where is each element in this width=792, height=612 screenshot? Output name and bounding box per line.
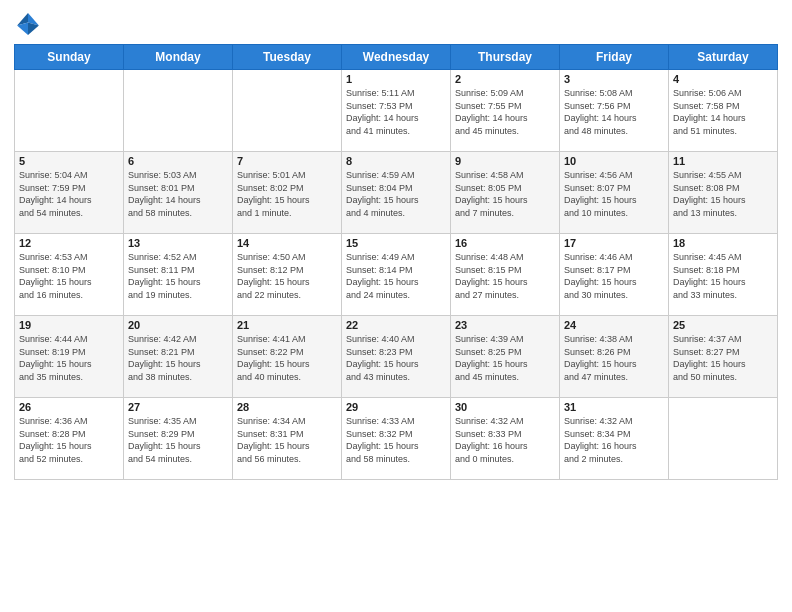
day-number: 14 (237, 237, 337, 249)
day-info: Sunrise: 4:44 AM Sunset: 8:19 PM Dayligh… (19, 333, 119, 383)
calendar-cell: 6Sunrise: 5:03 AM Sunset: 8:01 PM Daylig… (124, 152, 233, 234)
day-number: 28 (237, 401, 337, 413)
calendar-cell: 27Sunrise: 4:35 AM Sunset: 8:29 PM Dayli… (124, 398, 233, 480)
calendar-cell: 10Sunrise: 4:56 AM Sunset: 8:07 PM Dayli… (560, 152, 669, 234)
day-info: Sunrise: 4:40 AM Sunset: 8:23 PM Dayligh… (346, 333, 446, 383)
calendar-cell: 15Sunrise: 4:49 AM Sunset: 8:14 PM Dayli… (342, 234, 451, 316)
day-number: 29 (346, 401, 446, 413)
calendar-week-4: 19Sunrise: 4:44 AM Sunset: 8:19 PM Dayli… (15, 316, 778, 398)
calendar-cell: 21Sunrise: 4:41 AM Sunset: 8:22 PM Dayli… (233, 316, 342, 398)
day-number: 8 (346, 155, 446, 167)
day-number: 11 (673, 155, 773, 167)
day-number: 7 (237, 155, 337, 167)
day-info: Sunrise: 4:33 AM Sunset: 8:32 PM Dayligh… (346, 415, 446, 465)
weekday-header-tuesday: Tuesday (233, 45, 342, 70)
calendar-cell (15, 70, 124, 152)
calendar-cell: 16Sunrise: 4:48 AM Sunset: 8:15 PM Dayli… (451, 234, 560, 316)
day-info: Sunrise: 4:36 AM Sunset: 8:28 PM Dayligh… (19, 415, 119, 465)
day-number: 25 (673, 319, 773, 331)
weekday-header-thursday: Thursday (451, 45, 560, 70)
day-info: Sunrise: 4:49 AM Sunset: 8:14 PM Dayligh… (346, 251, 446, 301)
day-number: 18 (673, 237, 773, 249)
calendar-cell: 18Sunrise: 4:45 AM Sunset: 8:18 PM Dayli… (669, 234, 778, 316)
day-number: 5 (19, 155, 119, 167)
day-info: Sunrise: 5:01 AM Sunset: 8:02 PM Dayligh… (237, 169, 337, 219)
day-info: Sunrise: 4:52 AM Sunset: 8:11 PM Dayligh… (128, 251, 228, 301)
day-info: Sunrise: 5:11 AM Sunset: 7:53 PM Dayligh… (346, 87, 446, 137)
calendar-week-5: 26Sunrise: 4:36 AM Sunset: 8:28 PM Dayli… (15, 398, 778, 480)
day-number: 23 (455, 319, 555, 331)
day-info: Sunrise: 5:09 AM Sunset: 7:55 PM Dayligh… (455, 87, 555, 137)
day-info: Sunrise: 4:55 AM Sunset: 8:08 PM Dayligh… (673, 169, 773, 219)
day-number: 24 (564, 319, 664, 331)
calendar-cell (233, 70, 342, 152)
day-number: 6 (128, 155, 228, 167)
day-info: Sunrise: 4:50 AM Sunset: 8:12 PM Dayligh… (237, 251, 337, 301)
logo-icon (14, 10, 42, 38)
calendar-cell: 30Sunrise: 4:32 AM Sunset: 8:33 PM Dayli… (451, 398, 560, 480)
day-number: 22 (346, 319, 446, 331)
day-info: Sunrise: 4:39 AM Sunset: 8:25 PM Dayligh… (455, 333, 555, 383)
day-number: 1 (346, 73, 446, 85)
page: SundayMondayTuesdayWednesdayThursdayFrid… (0, 0, 792, 612)
calendar-table: SundayMondayTuesdayWednesdayThursdayFrid… (14, 44, 778, 480)
calendar-cell: 7Sunrise: 5:01 AM Sunset: 8:02 PM Daylig… (233, 152, 342, 234)
day-info: Sunrise: 4:34 AM Sunset: 8:31 PM Dayligh… (237, 415, 337, 465)
day-info: Sunrise: 5:03 AM Sunset: 8:01 PM Dayligh… (128, 169, 228, 219)
header (14, 10, 778, 38)
calendar-cell: 24Sunrise: 4:38 AM Sunset: 8:26 PM Dayli… (560, 316, 669, 398)
day-info: Sunrise: 4:32 AM Sunset: 8:33 PM Dayligh… (455, 415, 555, 465)
day-number: 17 (564, 237, 664, 249)
day-info: Sunrise: 4:41 AM Sunset: 8:22 PM Dayligh… (237, 333, 337, 383)
day-number: 30 (455, 401, 555, 413)
day-info: Sunrise: 4:37 AM Sunset: 8:27 PM Dayligh… (673, 333, 773, 383)
calendar-cell: 29Sunrise: 4:33 AM Sunset: 8:32 PM Dayli… (342, 398, 451, 480)
calendar-cell: 13Sunrise: 4:52 AM Sunset: 8:11 PM Dayli… (124, 234, 233, 316)
day-info: Sunrise: 4:56 AM Sunset: 8:07 PM Dayligh… (564, 169, 664, 219)
day-number: 19 (19, 319, 119, 331)
weekday-header-wednesday: Wednesday (342, 45, 451, 70)
day-number: 16 (455, 237, 555, 249)
day-number: 13 (128, 237, 228, 249)
day-info: Sunrise: 4:46 AM Sunset: 8:17 PM Dayligh… (564, 251, 664, 301)
day-info: Sunrise: 5:04 AM Sunset: 7:59 PM Dayligh… (19, 169, 119, 219)
calendar-cell: 25Sunrise: 4:37 AM Sunset: 8:27 PM Dayli… (669, 316, 778, 398)
calendar-cell: 4Sunrise: 5:06 AM Sunset: 7:58 PM Daylig… (669, 70, 778, 152)
day-number: 4 (673, 73, 773, 85)
day-info: Sunrise: 5:06 AM Sunset: 7:58 PM Dayligh… (673, 87, 773, 137)
weekday-header-saturday: Saturday (669, 45, 778, 70)
calendar-cell: 9Sunrise: 4:58 AM Sunset: 8:05 PM Daylig… (451, 152, 560, 234)
calendar-cell: 19Sunrise: 4:44 AM Sunset: 8:19 PM Dayli… (15, 316, 124, 398)
weekday-header-friday: Friday (560, 45, 669, 70)
calendar-week-3: 12Sunrise: 4:53 AM Sunset: 8:10 PM Dayli… (15, 234, 778, 316)
day-info: Sunrise: 5:08 AM Sunset: 7:56 PM Dayligh… (564, 87, 664, 137)
calendar-week-2: 5Sunrise: 5:04 AM Sunset: 7:59 PM Daylig… (15, 152, 778, 234)
day-number: 12 (19, 237, 119, 249)
day-number: 21 (237, 319, 337, 331)
day-number: 27 (128, 401, 228, 413)
day-info: Sunrise: 4:32 AM Sunset: 8:34 PM Dayligh… (564, 415, 664, 465)
weekday-header-sunday: Sunday (15, 45, 124, 70)
calendar-cell: 5Sunrise: 5:04 AM Sunset: 7:59 PM Daylig… (15, 152, 124, 234)
calendar-cell (124, 70, 233, 152)
calendar-cell: 14Sunrise: 4:50 AM Sunset: 8:12 PM Dayli… (233, 234, 342, 316)
day-info: Sunrise: 4:42 AM Sunset: 8:21 PM Dayligh… (128, 333, 228, 383)
calendar-week-1: 1Sunrise: 5:11 AM Sunset: 7:53 PM Daylig… (15, 70, 778, 152)
day-number: 15 (346, 237, 446, 249)
calendar-cell: 11Sunrise: 4:55 AM Sunset: 8:08 PM Dayli… (669, 152, 778, 234)
weekday-header-monday: Monday (124, 45, 233, 70)
day-number: 9 (455, 155, 555, 167)
calendar-cell: 28Sunrise: 4:34 AM Sunset: 8:31 PM Dayli… (233, 398, 342, 480)
calendar-cell: 31Sunrise: 4:32 AM Sunset: 8:34 PM Dayli… (560, 398, 669, 480)
day-info: Sunrise: 4:59 AM Sunset: 8:04 PM Dayligh… (346, 169, 446, 219)
logo (14, 10, 44, 38)
calendar-cell: 1Sunrise: 5:11 AM Sunset: 7:53 PM Daylig… (342, 70, 451, 152)
calendar-cell: 22Sunrise: 4:40 AM Sunset: 8:23 PM Dayli… (342, 316, 451, 398)
day-info: Sunrise: 4:58 AM Sunset: 8:05 PM Dayligh… (455, 169, 555, 219)
calendar-cell (669, 398, 778, 480)
calendar-cell: 26Sunrise: 4:36 AM Sunset: 8:28 PM Dayli… (15, 398, 124, 480)
day-number: 20 (128, 319, 228, 331)
calendar-cell: 17Sunrise: 4:46 AM Sunset: 8:17 PM Dayli… (560, 234, 669, 316)
day-info: Sunrise: 4:45 AM Sunset: 8:18 PM Dayligh… (673, 251, 773, 301)
calendar-cell: 3Sunrise: 5:08 AM Sunset: 7:56 PM Daylig… (560, 70, 669, 152)
